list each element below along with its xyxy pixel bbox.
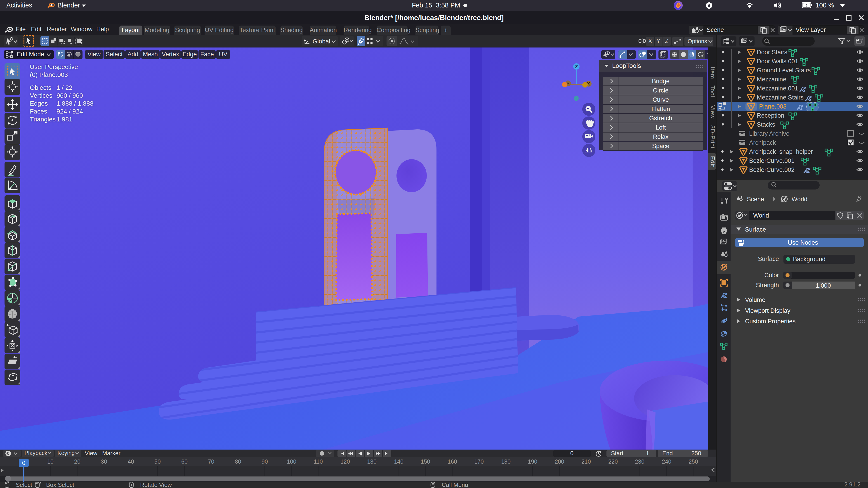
svg-text:Mezzanine.001: Mezzanine.001 <box>757 85 798 92</box>
svg-text:150: 150 <box>421 458 430 465</box>
svg-text:World: World <box>792 196 807 203</box>
svg-text:Keying: Keying <box>57 450 74 456</box>
svg-text:End: End <box>662 450 673 457</box>
svg-text:70: 70 <box>208 458 214 465</box>
svg-text:250: 250 <box>691 450 701 457</box>
svg-text:Z: Z <box>575 64 578 69</box>
svg-text:Background: Background <box>793 256 826 263</box>
svg-text:Start: Start <box>611 450 624 457</box>
svg-text:Door Walls.001: Door Walls.001 <box>757 58 798 65</box>
svg-text:BezierCurve.001: BezierCurve.001 <box>749 157 795 164</box>
svg-text:Archipack_snap_helper: Archipack_snap_helper <box>749 148 813 155</box>
svg-text:Box Select: Box Select <box>46 482 74 488</box>
svg-text:Ground Level Stairs: Ground Level Stairs <box>757 67 811 74</box>
svg-text:Color: Color <box>764 272 779 279</box>
svg-text:130: 130 <box>367 458 377 465</box>
svg-text:0: 0 <box>22 459 25 466</box>
svg-text:Library Archive: Library Archive <box>749 130 789 137</box>
svg-text:Archipack: Archipack <box>749 139 776 146</box>
svg-text:60: 60 <box>181 458 188 465</box>
svg-text:170: 170 <box>474 458 484 465</box>
svg-text:Door Stairs: Door Stairs <box>757 49 787 56</box>
svg-text:Rotate View: Rotate View <box>140 482 172 488</box>
svg-text:240: 240 <box>662 458 671 465</box>
svg-text:Call Menu: Call Menu <box>442 482 468 488</box>
svg-text:View: View <box>85 450 97 457</box>
svg-text:10: 10 <box>47 458 54 465</box>
svg-text:40: 40 <box>128 458 134 465</box>
svg-text:140: 140 <box>394 458 403 465</box>
svg-text:Scene: Scene <box>747 196 764 203</box>
svg-text:Marker: Marker <box>102 450 121 457</box>
svg-text:Plane.003: Plane.003 <box>759 103 786 110</box>
svg-text:Viewport Display: Viewport Display <box>745 307 790 314</box>
svg-text:Mezzanine Stairs: Mezzanine Stairs <box>757 94 804 101</box>
svg-text:180: 180 <box>501 458 510 465</box>
svg-text:Select: Select <box>16 482 32 488</box>
svg-text:220: 220 <box>608 458 618 465</box>
svg-text:Strength: Strength <box>756 282 779 288</box>
svg-text:Stacks: Stacks <box>757 121 775 128</box>
svg-text:Custom Properties: Custom Properties <box>745 318 796 325</box>
svg-text:80: 80 <box>235 458 241 465</box>
svg-text:Mezzanine: Mezzanine <box>757 76 786 83</box>
svg-text:160: 160 <box>447 458 457 465</box>
svg-text:200: 200 <box>555 458 564 465</box>
svg-text:Surface: Surface <box>745 226 766 233</box>
svg-text:Surface: Surface <box>758 255 779 262</box>
svg-text:90: 90 <box>261 458 268 465</box>
svg-text:190: 190 <box>528 458 537 465</box>
svg-text:1.000: 1.000 <box>815 282 831 289</box>
svg-text:Global: Global <box>313 38 330 45</box>
svg-text:World: World <box>753 212 769 219</box>
svg-text:Playback: Playback <box>24 450 48 456</box>
svg-text:50: 50 <box>154 458 161 465</box>
svg-text:210: 210 <box>581 458 591 465</box>
svg-text:110: 110 <box>314 458 323 465</box>
svg-text:0: 0 <box>570 450 574 457</box>
svg-text:30: 30 <box>101 458 107 465</box>
svg-text:250: 250 <box>688 458 698 465</box>
svg-text:BezierCurve.002: BezierCurve.002 <box>749 166 795 173</box>
svg-text:Use Nodes: Use Nodes <box>788 239 818 246</box>
svg-text:20: 20 <box>74 458 81 465</box>
svg-text:100: 100 <box>287 458 296 465</box>
svg-text:120: 120 <box>340 458 350 465</box>
svg-text:Volume: Volume <box>745 297 765 303</box>
svg-text:Reception: Reception <box>757 112 784 119</box>
svg-text:1: 1 <box>646 450 649 457</box>
svg-text:230: 230 <box>635 458 645 465</box>
